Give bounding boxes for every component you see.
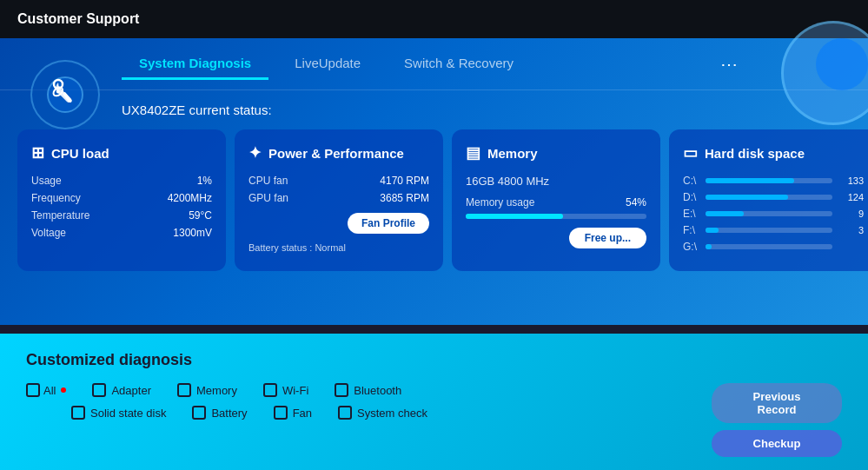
disk-d-bar-bg: [706, 195, 832, 200]
checkbox-bluetooth-label: Bluetooth: [354, 384, 401, 397]
power-card-title: Power & Performance: [268, 146, 404, 161]
disk-d-bar-fill: [706, 195, 788, 200]
diagnosis-title: Customized diagnosis: [26, 351, 842, 369]
disk-e-row: E:\ 9: [683, 208, 864, 220]
checkbox-bluetooth-box[interactable]: [335, 383, 348, 397]
memory-card-header: ▤ Memory: [466, 143, 646, 162]
cpu-usage-value: 1%: [197, 175, 212, 187]
disk-e-bar-fill: [706, 211, 744, 216]
disk-d-label: D:\: [683, 191, 700, 203]
checkbox-wifi[interactable]: Wi-Fi: [263, 383, 308, 397]
disk-f-bar-bg: [706, 228, 832, 233]
tab-system-diagnosis[interactable]: System Diagnosis: [122, 49, 268, 80]
tab-switch-recovery[interactable]: Switch & Recovery: [387, 49, 531, 80]
cpu-freq-row: Frequency 4200MHz: [31, 192, 212, 204]
gpu-fan-value: 3685 RPM: [380, 192, 429, 204]
checkbox-system-check[interactable]: System check: [338, 406, 427, 420]
checkbox-battery-label: Battery: [211, 407, 247, 420]
diagnosis-section: Customized diagnosis All Adapter Memory: [0, 334, 868, 470]
checkbox-memory[interactable]: Memory: [177, 383, 237, 397]
logo-icon: [30, 60, 100, 129]
checkbox-fan-box[interactable]: [274, 406, 288, 420]
diagnosis-buttons: Previous Record Checkup: [703, 383, 842, 457]
gpu-fan-row: GPU fan 3685 RPM: [248, 192, 429, 204]
previous-record-button[interactable]: Previous Record: [712, 383, 842, 423]
checkboxes-area: All Adapter Memory Wi-Fi Bluetoot: [26, 383, 686, 457]
checkbox-ssd-box[interactable]: [71, 406, 85, 420]
checkbox-all-box[interactable]: [26, 383, 40, 397]
disk-icon: ▭: [683, 143, 698, 162]
disk-c-value: 133: [838, 175, 864, 186]
checkbox-adapter-box[interactable]: [92, 383, 106, 397]
disk-e-label: E:\: [683, 208, 700, 220]
cpu-voltage-label: Voltage: [31, 227, 66, 239]
cpu-temp-label: Temperature: [31, 209, 89, 222]
disk-g-label: G:\: [683, 241, 700, 253]
deco-circle-2: [816, 38, 868, 90]
power-icon: ✦: [248, 143, 262, 162]
disk-e-bar-bg: [706, 211, 832, 216]
disk-c-row: C:\ 133: [683, 175, 864, 187]
disk-g-bar-fill: [706, 244, 712, 249]
tab-live-update[interactable]: LiveUpdate: [277, 49, 378, 80]
cpu-fan-row: CPU fan 4170 RPM: [248, 175, 429, 187]
memory-spec: 16GB 4800 MHz: [466, 175, 646, 188]
disk-f-value: 3: [838, 225, 864, 235]
disk-card-title: Hard disk space: [705, 146, 805, 161]
disk-f-label: F:\: [683, 224, 700, 236]
disk-d-row: D:\ 124: [683, 191, 864, 203]
memory-icon: ▤: [466, 143, 480, 162]
power-card-header: ✦ Power & Performance: [248, 143, 429, 162]
logo-area: [17, 38, 113, 151]
checkbox-wifi-box[interactable]: [263, 383, 277, 397]
disk-c-bar-fill: [706, 178, 794, 183]
disk-g-bar-bg: [706, 244, 832, 249]
memory-usage-row: Memory usage 54%: [466, 196, 646, 209]
cpu-fan-value: 4170 RPM: [380, 175, 429, 187]
power-card: ✦ Power & Performance CPU fan 4170 RPM G…: [235, 129, 443, 271]
checkup-button[interactable]: Checkup: [712, 430, 842, 457]
checkbox-wifi-label: Wi-Fi: [282, 384, 308, 397]
checkbox-bluetooth[interactable]: Bluetooth: [335, 383, 401, 397]
cpu-voltage-row: Voltage 1300mV: [31, 227, 212, 239]
disk-card-header: ▭ Hard disk space: [683, 143, 864, 162]
checkbox-adapter[interactable]: Adapter: [92, 383, 151, 397]
checkbox-system-check-label: System check: [357, 407, 427, 420]
fan-profile-button[interactable]: Fan Profile: [348, 213, 429, 234]
checkbox-ssd-label: Solid state disk: [90, 407, 166, 420]
cpu-fan-label: CPU fan: [248, 175, 288, 187]
app-title: Customer Support: [17, 11, 139, 27]
checkbox-adapter-label: Adapter: [111, 384, 151, 397]
checkbox-fan-label: Fan: [293, 407, 312, 420]
cpu-temp-value: 59°C: [189, 209, 212, 222]
gpu-fan-label: GPU fan: [248, 192, 288, 204]
checkbox-system-check-box[interactable]: [338, 406, 352, 420]
checkbox-all[interactable]: All: [26, 383, 66, 397]
tabs-bar: System Diagnosis LiveUpdate Switch & Rec…: [0, 38, 868, 90]
device-status-text: UX8402ZE current status:: [0, 90, 868, 129]
disk-c-bar-bg: [706, 178, 832, 183]
checkbox-memory-label: Memory: [196, 384, 237, 397]
disk-d-value: 124: [838, 192, 864, 202]
app-header: Customer Support: [0, 0, 868, 38]
memory-card: ▤ Memory 16GB 4800 MHz Memory usage 54% …: [452, 129, 660, 271]
memory-usage-value: 54%: [626, 196, 646, 209]
checkbox-battery-box[interactable]: [192, 406, 206, 420]
checkbox-memory-box[interactable]: [177, 383, 191, 397]
cards-row: ⊞ CPU load Usage 1% Frequency 4200MHz Te…: [0, 129, 868, 271]
disk-c-label: C:\: [683, 175, 700, 187]
cpu-freq-label: Frequency: [31, 192, 81, 204]
checkbox-fan[interactable]: Fan: [274, 406, 312, 420]
checkbox-battery[interactable]: Battery: [192, 406, 247, 420]
free-up-button[interactable]: Free up...: [569, 228, 646, 248]
checkbox-ssd[interactable]: Solid state disk: [71, 406, 166, 420]
disk-card: ▭ Hard disk space C:\ 133 D:\ 124 E:\: [669, 129, 868, 271]
cpu-usage-label: Usage: [31, 175, 62, 187]
disk-f-bar-fill: [706, 228, 719, 233]
memory-card-title: Memory: [487, 146, 538, 161]
diagnosis-content: All Adapter Memory Wi-Fi Bluetoot: [26, 383, 842, 457]
memory-usage-label: Memory usage: [466, 196, 534, 209]
cpu-usage-row: Usage 1%: [31, 175, 212, 187]
more-options-icon[interactable]: ⋯: [720, 54, 738, 75]
cpu-freq-value: 4200MHz: [168, 192, 212, 204]
